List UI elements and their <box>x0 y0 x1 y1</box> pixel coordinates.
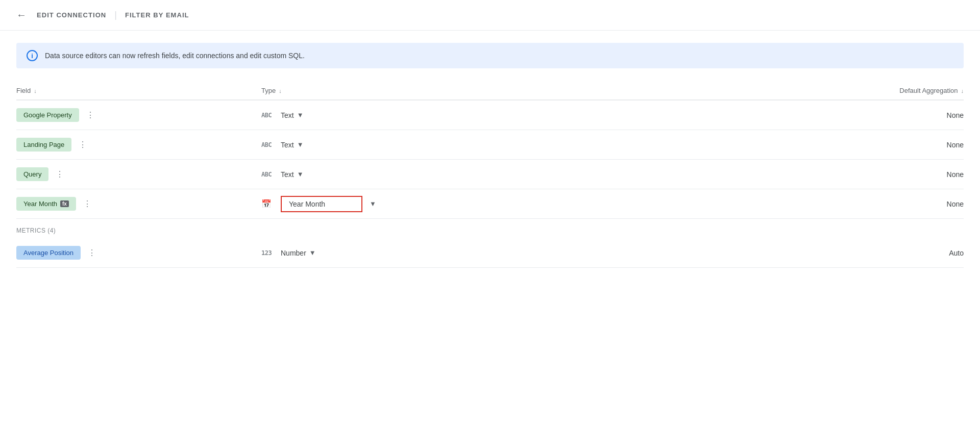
type-cell-average-position: 123 Number ▼ <box>261 249 517 257</box>
field-tag-year-month[interactable]: Year Month fx <box>16 197 76 211</box>
type-cell-google-property: ABC Text ▼ <box>261 111 517 119</box>
fx-badge: fx <box>60 200 69 207</box>
aggregation-column-header: Default Aggregation ↓ <box>517 87 964 94</box>
type-column-header: Type ↓ <box>261 87 517 94</box>
type-dropdown-average-position[interactable]: Number ▼ <box>281 249 316 257</box>
metrics-section-label: METRICS (4) <box>16 219 964 238</box>
aggregation-sort-icon[interactable]: ↓ <box>961 88 964 94</box>
aggregation-cell-year-month: None <box>517 200 964 208</box>
field-cell-average-position: Average Position ⋮ <box>16 246 261 260</box>
field-cell-google-property: Google Property ⋮ <box>16 108 261 122</box>
table-row: Landing Page ⋮ ABC Text ▼ None <box>16 130 964 160</box>
dropdown-arrow-icon: ▼ <box>297 111 304 119</box>
type-icon-abc: ABC <box>261 112 276 119</box>
row-menu-icon[interactable]: ⋮ <box>86 248 98 258</box>
aggregation-cell-average-position: Auto <box>517 249 964 257</box>
dropdown-arrow-icon: ▼ <box>309 249 316 257</box>
type-icon-abc: ABC <box>261 141 276 148</box>
field-tag-landing-page[interactable]: Landing Page <box>16 138 71 152</box>
row-menu-icon[interactable]: ⋮ <box>77 140 89 149</box>
table-row: Year Month fx ⋮ 📅 Year Month ▼ None <box>16 189 964 219</box>
aggregation-cell-query: None <box>517 170 964 179</box>
table-row: Google Property ⋮ ABC Text ▼ None <box>16 100 964 130</box>
dropdown-arrow-icon: ▼ <box>297 170 304 178</box>
info-banner: i Data source editors can now refresh fi… <box>16 43 964 68</box>
aggregation-cell-google-property: None <box>517 111 964 119</box>
back-button[interactable]: ← <box>16 9 27 21</box>
info-icon: i <box>27 50 38 61</box>
year-month-highlighted-value: Year Month <box>281 196 362 212</box>
field-cell-query: Query ⋮ <box>16 167 261 181</box>
calendar-icon: 📅 <box>261 199 276 209</box>
type-icon-abc: ABC <box>261 171 276 178</box>
type-sort-icon[interactable]: ↓ <box>279 88 282 94</box>
header-divider: | <box>114 10 117 20</box>
type-icon-123: 123 <box>261 249 276 257</box>
type-dropdown-query[interactable]: Text ▼ <box>281 170 304 179</box>
row-menu-icon[interactable]: ⋮ <box>81 199 93 209</box>
row-menu-icon[interactable]: ⋮ <box>84 110 96 120</box>
dropdown-arrow-icon: ▼ <box>297 141 304 148</box>
page-subtitle: FILTER BY EMAIL <box>125 11 189 19</box>
field-cell-landing-page: Landing Page ⋮ <box>16 138 261 152</box>
table-row: Average Position ⋮ 123 Number ▼ Auto <box>16 238 964 268</box>
type-cell-year-month: 📅 Year Month ▼ <box>261 196 517 212</box>
field-tag-query[interactable]: Query <box>16 167 48 181</box>
type-cell-landing-page: ABC Text ▼ <box>261 141 517 149</box>
type-dropdown-landing-page[interactable]: Text ▼ <box>281 141 304 149</box>
row-menu-icon[interactable]: ⋮ <box>54 169 66 179</box>
dropdown-arrow-icon: ▼ <box>370 200 376 208</box>
banner-text: Data source editors can now refresh fiel… <box>45 52 305 60</box>
field-tag-average-position[interactable]: Average Position <box>16 246 81 260</box>
table-header: Field ↓ Type ↓ Default Aggregation ↓ <box>16 83 964 100</box>
aggregation-cell-landing-page: None <box>517 141 964 149</box>
fields-table: Field ↓ Type ↓ Default Aggregation ↓ Goo… <box>16 83 964 268</box>
field-cell-year-month: Year Month fx ⋮ <box>16 197 261 211</box>
field-tag-google-property[interactable]: Google Property <box>16 108 79 122</box>
field-column-header: Field ↓ <box>16 87 261 94</box>
page-title: EDIT CONNECTION <box>37 11 106 19</box>
type-dropdown-year-month[interactable]: Year Month ▼ <box>281 196 376 212</box>
type-cell-query: ABC Text ▼ <box>261 170 517 179</box>
type-dropdown-google-property[interactable]: Text ▼ <box>281 111 304 119</box>
page-header: ← EDIT CONNECTION | FILTER BY EMAIL <box>0 0 980 31</box>
table-row: Query ⋮ ABC Text ▼ None <box>16 160 964 189</box>
field-sort-icon[interactable]: ↓ <box>34 88 37 94</box>
